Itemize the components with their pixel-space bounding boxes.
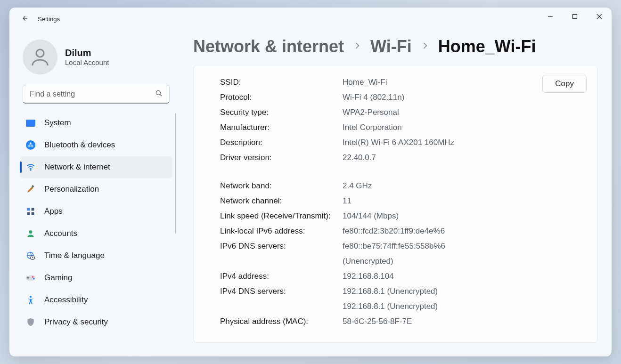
- minimize-button[interactable]: [538, 8, 563, 26]
- sidebar-item-label: Bluetooth & devices: [44, 140, 115, 150]
- row-security: Security type: WPA2-Personal: [220, 105, 585, 120]
- label: Link-local IPv6 address:: [220, 224, 343, 239]
- chevron-right-icon: [352, 41, 362, 52]
- value: 22.40.0.7: [343, 150, 376, 165]
- close-icon: [596, 14, 602, 21]
- svg-rect-1: [573, 14, 577, 18]
- apps-icon: [25, 206, 36, 217]
- row-ipv6-dns: IPv6 DNS servers: fe80::be75:74ff:fe55:5…: [220, 239, 585, 269]
- sidebar-item-label: Accessibility: [44, 295, 88, 305]
- sidebar-item-gaming[interactable]: Gaming: [20, 267, 172, 289]
- label: Driver version:: [220, 150, 343, 165]
- label: IPv6 DNS servers:: [220, 239, 343, 254]
- settings-window: Settings Dilum Local Account: [9, 8, 612, 356]
- search-input[interactable]: [23, 85, 170, 104]
- svg-point-4: [36, 49, 44, 57]
- row-ssid: SSID: Home_Wi-Fi: [220, 75, 585, 90]
- maximize-button[interactable]: [563, 8, 587, 26]
- label: Manufacturer:: [220, 120, 343, 135]
- row-band: Network band: 2.4 GHz: [220, 178, 585, 194]
- svg-rect-9: [27, 208, 30, 211]
- titlebar: Settings: [9, 8, 612, 30]
- value: WPA2-Personal: [343, 105, 399, 120]
- value: 2.4 GHz: [343, 178, 372, 194]
- sidebar-item-network[interactable]: Network & internet: [20, 156, 172, 178]
- breadcrumb-current: Home_Wi-Fi: [438, 37, 536, 57]
- sidebar: Dilum Local Account System ⁂ Bluet: [9, 30, 179, 356]
- svg-point-19: [30, 296, 32, 298]
- value: Wi-Fi 4 (802.11n): [343, 90, 404, 105]
- label: Link speed (Receive/Transmit):: [220, 209, 343, 224]
- sidebar-item-system[interactable]: System: [20, 112, 172, 134]
- copy-button[interactable]: Copy: [542, 75, 587, 93]
- value: Intel Corporation: [343, 120, 402, 135]
- sidebar-item-label: System: [44, 118, 71, 128]
- value: fe80::fcd2:3b20:1ff9:de4e%6: [343, 224, 445, 239]
- brush-icon: [25, 184, 36, 194]
- breadcrumb: Network & internet Wi-Fi Home_Wi-Fi: [193, 37, 597, 57]
- value: 104/144 (Mbps): [343, 209, 399, 224]
- label: Description:: [220, 135, 343, 150]
- main-content: Network & internet Wi-Fi Home_Wi-Fi Copy…: [179, 30, 612, 356]
- sidebar-item-bluetooth[interactable]: ⁂ Bluetooth & devices: [20, 134, 172, 156]
- sidebar-item-label: Accounts: [44, 229, 77, 238]
- sidebar-item-label: Privacy & security: [44, 317, 108, 327]
- value: 58-6C-25-56-8F-7E: [343, 314, 412, 329]
- breadcrumb-wifi[interactable]: Wi-Fi: [370, 37, 412, 57]
- row-mac: Physical address (MAC): 58-6C-25-56-8F-7…: [220, 314, 585, 329]
- minimize-icon: [547, 14, 553, 21]
- back-button[interactable]: [16, 10, 33, 27]
- shield-icon: [25, 317, 36, 327]
- label: Network band:: [220, 178, 343, 194]
- sidebar-item-accessibility[interactable]: Accessibility: [20, 289, 172, 311]
- bluetooth-icon: ⁂: [25, 140, 36, 150]
- globe-clock-icon: [25, 251, 36, 261]
- svg-rect-10: [32, 208, 34, 211]
- row-linkspeed: Link speed (Receive/Transmit): 104/144 (…: [220, 209, 585, 224]
- row-channel: Network channel: 11: [220, 194, 585, 209]
- app-title: Settings: [38, 16, 60, 23]
- scrollbar[interactable]: [175, 113, 176, 234]
- label: Security type:: [220, 105, 343, 120]
- label: Protocol:: [220, 90, 343, 105]
- accounts-icon: [25, 228, 36, 239]
- accessibility-icon: [25, 295, 36, 305]
- back-arrow-icon: [20, 14, 29, 24]
- breadcrumb-network[interactable]: Network & internet: [193, 37, 344, 57]
- svg-line-6: [160, 94, 162, 96]
- search-icon: [155, 89, 163, 99]
- maximize-icon: [572, 14, 578, 21]
- sidebar-item-label: Time & language: [44, 251, 105, 260]
- value: 192.168.8.1 (Unencrypted) 192.168.8.1 (U…: [343, 284, 438, 314]
- profile-type: Local Account: [65, 58, 109, 66]
- value: 11: [343, 194, 351, 209]
- sidebar-item-accounts[interactable]: Accounts: [20, 223, 172, 244]
- profile-name: Dilum: [65, 48, 109, 58]
- sidebar-item-personalization[interactable]: Personalization: [20, 178, 172, 200]
- sidebar-item-label: Network & internet: [44, 162, 110, 172]
- label: Network channel:: [220, 194, 343, 209]
- row-ipv4-dns: IPv4 DNS servers: 192.168.8.1 (Unencrypt…: [220, 284, 585, 314]
- sidebar-item-time[interactable]: Time & language: [20, 245, 172, 267]
- label: IPv4 address:: [220, 269, 343, 284]
- chevron-right-icon: [420, 41, 430, 52]
- wifi-properties-card: Copy SSID: Home_Wi-Fi Protocol: Wi-Fi 4 …: [193, 65, 597, 343]
- row-driver: Driver version: 22.40.0.7: [220, 150, 585, 165]
- row-protocol: Protocol: Wi-Fi 4 (802.11n): [220, 90, 585, 105]
- svg-point-18: [33, 278, 34, 279]
- row-ipv4: IPv4 address: 192.168.8.104: [220, 269, 585, 284]
- close-button[interactable]: [587, 8, 612, 26]
- avatar: [23, 40, 57, 74]
- window-controls: [538, 8, 612, 26]
- label: Physical address (MAC):: [220, 314, 343, 329]
- svg-rect-11: [27, 212, 30, 215]
- sidebar-item-label: Personalization: [44, 185, 99, 194]
- value: Intel(R) Wi-Fi 6 AX201 160MHz: [343, 135, 454, 150]
- value: 192.168.8.104: [343, 269, 394, 284]
- sidebar-item-label: Apps: [44, 207, 63, 216]
- sidebar-item-apps[interactable]: Apps: [20, 201, 172, 222]
- svg-point-17: [32, 276, 33, 278]
- value: fe80::be75:74ff:fe55:558b%6 (Unencrypted…: [343, 239, 445, 269]
- sidebar-item-privacy[interactable]: Privacy & security: [20, 311, 172, 333]
- profile[interactable]: Dilum Local Account: [20, 40, 172, 74]
